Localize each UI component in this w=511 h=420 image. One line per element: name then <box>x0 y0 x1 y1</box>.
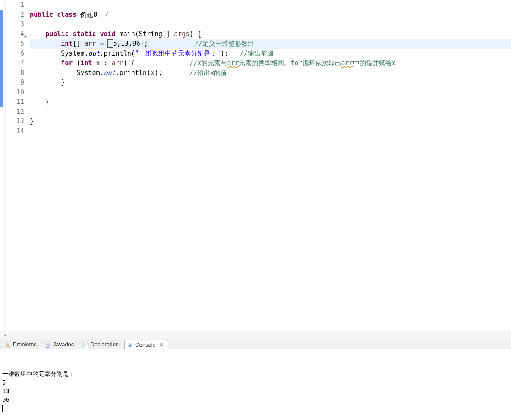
code-line[interactable]: } <box>30 116 511 126</box>
code-line[interactable]: public static void main(String[] args) { <box>30 29 511 39</box>
code-line[interactable] <box>30 107 511 117</box>
console-line: 96 <box>2 395 509 404</box>
line-number: 2 <box>6 10 24 20</box>
scroll-left-icon[interactable]: ◄ <box>0 332 8 337</box>
code-line[interactable]: } <box>30 78 511 88</box>
code-line[interactable]: int[] arr = {5,13,96}; //定义一维整形数组 <box>30 39 511 49</box>
code-token: main(String[] <box>116 30 174 38</box>
code-token: ); <box>221 50 240 57</box>
code-token: ); <box>155 69 162 77</box>
code-token: = <box>96 40 108 47</box>
line-number: 12 <box>6 107 24 117</box>
console-icon: ▣ <box>127 342 133 348</box>
marker-bar <box>0 0 6 331</box>
tab-label: Javadoc <box>53 341 74 348</box>
javadoc-icon: @ <box>45 342 51 348</box>
code-token: //x的元素与 <box>189 59 227 67</box>
code-token: //定义一维整形数组 <box>195 40 254 47</box>
code-pane: 1234⊖567891011121314 public class 例题8 { … <box>0 0 511 331</box>
console-line: 13 <box>2 387 509 395</box>
code-token: //输出x的值 <box>189 69 227 77</box>
line-number: 7 <box>6 58 24 68</box>
code-line[interactable]: System.out.println("一维数组中的元素分别是："); //输出… <box>30 49 511 59</box>
code-token: int <box>61 40 73 47</box>
code-token: [] <box>73 40 84 47</box>
code-token: .println( <box>116 69 151 77</box>
tab-label: Console <box>135 342 156 348</box>
console-line: 一维数组中的元素分别是： <box>2 370 509 378</box>
code-token: ) { <box>189 30 201 38</box>
code-line[interactable] <box>30 0 511 10</box>
line-number: 9 <box>6 78 24 88</box>
code-token <box>30 40 61 47</box>
code-line[interactable]: for (int x : arr) { //x的元素与arr元素的类型相同。fo… <box>30 58 511 68</box>
code-line[interactable] <box>30 126 511 136</box>
code-token: "一维数组中的元素分别是：" <box>135 50 221 57</box>
tab-problems[interactable]: ⚠ Problems <box>2 339 41 349</box>
code-token: } <box>30 117 34 125</box>
code-token: out <box>104 69 116 77</box>
panel-tabs: ⚠ Problems @ Javadoc 📄 Declaration ▣ Con… <box>0 339 511 349</box>
code-token: } <box>30 78 65 86</box>
code-token: out <box>88 50 100 57</box>
code-line[interactable]: System.out.println(x); //输出x的值 <box>30 68 511 78</box>
code-token: x <box>96 59 100 67</box>
horizontal-scrollbar[interactable]: ◄ <box>0 331 511 339</box>
bottom-panel: ⚠ Problems @ Javadoc 📄 Declaration ▣ Con… <box>0 339 511 420</box>
tab-label: Declaration <box>90 341 119 348</box>
line-number-gutter: 1234⊖567891011121314 <box>6 0 28 331</box>
code-token: arr <box>84 40 96 47</box>
code-token: System. <box>30 50 88 57</box>
code-token: void <box>100 30 116 38</box>
code-token <box>69 30 73 38</box>
code-token: public <box>45 30 69 38</box>
line-number: 6 <box>6 49 24 59</box>
close-icon[interactable]: ✕ <box>159 342 164 348</box>
code-line[interactable] <box>30 88 511 97</box>
code-line[interactable]: } <box>30 97 511 107</box>
code-token: int <box>80 59 92 67</box>
line-number: 11 <box>6 97 24 107</box>
line-number: 1 <box>6 0 24 10</box>
console-cursor-line <box>2 404 509 413</box>
code-token: 元素的类型相同。 <box>239 59 290 67</box>
console-output[interactable]: 一维数组中的元素分别是：51396CSDN @SAN-XIN <box>0 351 511 420</box>
code-token <box>148 40 195 47</box>
code-token <box>30 59 61 67</box>
line-number: 10 <box>6 88 24 97</box>
code-token: : <box>100 59 112 67</box>
cursor-icon <box>2 405 3 412</box>
code-token <box>162 69 189 77</box>
code-token <box>92 59 96 67</box>
code-token: 中的值并赋给x <box>353 59 396 67</box>
code-token: for <box>61 59 73 67</box>
code-token <box>96 30 100 38</box>
code-editor[interactable]: public class 例题8 { public static void ma… <box>28 0 511 331</box>
fold-toggle-icon[interactable]: ⊖ <box>22 32 27 36</box>
tab-javadoc[interactable]: @ Javadoc <box>42 339 79 349</box>
declaration-icon: 📄 <box>82 342 88 348</box>
code-token: args <box>174 30 189 38</box>
code-line[interactable] <box>30 19 511 29</box>
code-token: { <box>107 39 113 48</box>
line-number: 14 <box>6 126 24 136</box>
code-token <box>30 30 45 38</box>
code-token: System. <box>30 69 104 77</box>
tab-console[interactable]: ▣ Console ✕ <box>124 340 168 349</box>
line-number: 3 <box>6 19 24 29</box>
code-line[interactable]: public class 例题8 { <box>30 10 511 20</box>
code-token: .println( <box>100 50 135 57</box>
tab-declaration[interactable]: 📄 Declaration <box>79 339 123 349</box>
code-token: for <box>290 59 302 67</box>
problems-icon: ⚠ <box>5 342 11 348</box>
code-token <box>53 11 57 19</box>
code-token <box>135 59 189 67</box>
code-token: //输出前缀 <box>240 50 274 57</box>
code-token: } <box>30 98 49 106</box>
line-number: 8 <box>6 68 24 78</box>
code-token: 循环依次取出 <box>303 59 341 67</box>
code-token: x <box>151 69 155 77</box>
code-token: public <box>30 11 53 19</box>
code-token: ) { <box>123 59 135 67</box>
code-token: static <box>73 30 96 38</box>
